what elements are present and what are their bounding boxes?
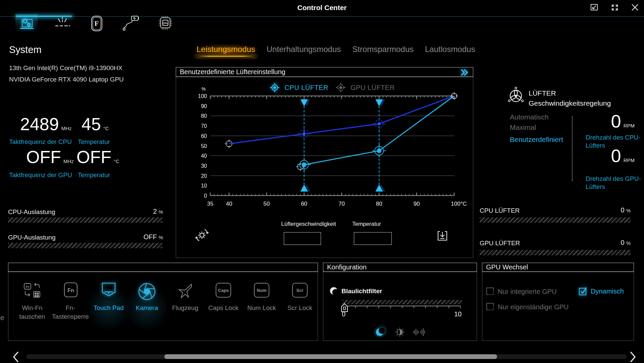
shortcut-caps-lock[interactable]: Caps Caps Lock: [205, 282, 242, 312]
clipped-label-fragment: e: [0, 313, 4, 322]
system-settings-icon: [19, 15, 35, 32]
legend-gpu-fan[interactable]: GPU LÜFTER: [351, 84, 395, 92]
tab-leistungsmodus[interactable]: Leistungsmodus: [194, 44, 258, 55]
power-adapter-icon: [121, 13, 140, 32]
shortcuts-panel-body: Fn Win-Fntauschen Fn Fn-Tastensperre: [8, 272, 318, 341]
shortcut-fn-lock[interactable]: Fn Fn-Tastensperre: [52, 282, 89, 321]
shortcut-num-lock[interactable]: Num Num Lock: [243, 282, 280, 312]
konfiguration-title: Konfiguration: [327, 263, 367, 271]
shortcuts-panel-header: [8, 263, 318, 272]
blue-light-slider-track[interactable]: [342, 300, 462, 304]
svg-text:70: 70: [201, 123, 207, 129]
nav-item-power[interactable]: [121, 13, 140, 34]
window-close-button[interactable]: [629, 2, 641, 13]
fan-curve-chart[interactable]: 0102030405060708090100%35405060708090100…: [176, 77, 474, 258]
temperature-input[interactable]: [354, 232, 392, 245]
double-chevron-right-icon[interactable]: [460, 68, 470, 76]
brightness-icon[interactable]: [395, 327, 405, 337]
legend-cpu-fan[interactable]: CPU LÜFTER: [284, 84, 328, 92]
mode-tabs: Leistungsmodus Unterhaltungsmodus Stroms…: [194, 44, 478, 55]
svg-text:50: 50: [263, 201, 270, 207]
gpu-fan-rpm-label-line2: Lüfters: [586, 183, 605, 191]
cpu-chip-icon: CPU: [157, 13, 174, 32]
cpu-usage-label: CPU-Auslastung: [8, 208, 55, 216]
night-mode-icon[interactable]: [375, 327, 385, 337]
expand-arrows-icon: [609, 2, 621, 13]
cpu-fan-percent-value: 0%: [602, 206, 631, 214]
svg-text:CPU: CPU: [163, 22, 168, 25]
horizontal-scrollbar-track[interactable]: [26, 354, 627, 359]
svg-text:F: F: [95, 19, 99, 28]
gpu-usage-bar: [8, 243, 162, 248]
scroll-right-chevron[interactable]: [629, 351, 637, 363]
gpu-temperature-label: Temperatur: [78, 171, 110, 179]
dynamic-gpu-label[interactable]: Dynamisch: [591, 288, 624, 295]
svg-text:90: 90: [414, 201, 420, 207]
cpu-fan-percent-label: CPU LÜFTER: [480, 207, 520, 214]
fan-reset-button[interactable]: [195, 227, 209, 244]
fn-lock-key-icon: Fn: [61, 282, 79, 299]
fan-control-title-line1: LÜFTER: [529, 89, 556, 97]
gpu-fan-bar: [480, 250, 631, 255]
gpu-usage-value: OFF%: [134, 233, 163, 241]
checkbox-dynamic-gpu[interactable]: [578, 287, 588, 296]
svg-text:Caps: Caps: [218, 288, 229, 293]
nav-item-lighting[interactable]: [54, 16, 70, 32]
fan-mode-automatic[interactable]: Automatisch: [510, 113, 549, 121]
caps-lock-key-icon: Caps: [214, 282, 233, 299]
nav-item-cpu[interactable]: CPU: [157, 13, 174, 34]
fan-speed-input[interactable]: [284, 232, 321, 245]
shortcut-win-fn-swap[interactable]: Fn Win-Fntauschen: [13, 282, 51, 321]
discrete-gpu-label[interactable]: Nur eigenständige GPU: [498, 303, 569, 311]
restore-icon: [588, 2, 600, 13]
svg-text:30: 30: [201, 163, 207, 169]
scr-lock-key-icon: Scr: [290, 282, 309, 299]
checkbox-discrete-gpu[interactable]: [486, 302, 494, 311]
scroll-left-chevron[interactable]: [11, 351, 20, 363]
shortcut-airplane[interactable]: Flugzeug: [166, 282, 204, 312]
konfiguration-panel-body: Blaulichtfilter 0 10: [323, 272, 477, 341]
gpu-fan-percent-value: 0%: [602, 239, 631, 247]
shortcut-scr-lock[interactable]: Scr Scr Lock: [281, 282, 319, 312]
shortcut-touchpad[interactable]: Touch Pad: [90, 282, 127, 312]
svg-text:100°C: 100°C: [451, 201, 467, 207]
moon-icon: [329, 286, 339, 296]
window-fullscreen-button[interactable]: [608, 2, 621, 13]
fan-mode-maximal[interactable]: Maximal: [510, 123, 536, 132]
tab-unterhaltungsmodus[interactable]: Unterhaltungsmodus: [264, 44, 343, 55]
slider-max-label: 10: [454, 310, 462, 318]
gpu-frequency-label: Taktfrequenz der GPU: [9, 171, 72, 179]
svg-text:Num: Num: [257, 288, 267, 293]
cpu-fan-rpm: 0RPM: [570, 112, 635, 130]
cpu-name: 13th Gen Intel(R) Core(TM) i9-13900HX: [9, 64, 122, 72]
fan-control-title-line2: Geschwindigkeitsregelung: [529, 99, 611, 107]
fan-speed-input-label: Lüftergeschwindigkeit: [267, 221, 351, 227]
svg-text:70: 70: [338, 201, 345, 207]
checkbox-integrated-gpu[interactable]: [486, 287, 494, 296]
shortcut-camera[interactable]: Kamera: [128, 282, 166, 312]
system-heading: System: [9, 44, 42, 55]
nav-item-system[interactable]: [19, 15, 35, 33]
tab-stromsparmodus[interactable]: Stromsparmodus: [350, 44, 416, 55]
window-title: Control Center: [0, 4, 644, 12]
fan-panel-header: Benutzerdefinierte Lüftereinstellung: [176, 67, 473, 77]
horizontal-scrollbar-thumb[interactable]: [164, 354, 497, 359]
fan-mode-custom[interactable]: Benutzerdefiniert: [510, 136, 563, 144]
svg-text:100: 100: [198, 93, 207, 99]
volume-wave-icon[interactable]: [413, 327, 426, 338]
svg-text:Scr: Scr: [297, 288, 304, 293]
window-restore-button[interactable]: [588, 2, 600, 13]
cpu-frequency-label: Taktfrequenz der CPU: [9, 138, 72, 146]
tab-lautlosmodus[interactable]: Lautlosmodus: [422, 44, 478, 55]
konfiguration-panel-header: Konfiguration: [323, 263, 477, 272]
control-center-window: Control Center: [0, 0, 644, 363]
gear-sync-icon: [195, 227, 209, 242]
cpu-frequency-stat: 2489MHz: [20, 115, 72, 133]
nav-item-fn-keys[interactable]: F: [89, 15, 104, 34]
svg-text:40: 40: [226, 201, 232, 207]
svg-text:Fn: Fn: [26, 285, 30, 289]
fan-save-button[interactable]: [436, 229, 449, 244]
integrated-gpu-label[interactable]: Nur integrierte GPU: [498, 288, 557, 296]
svg-text:%: %: [202, 86, 206, 92]
svg-text:40: 40: [201, 153, 207, 159]
